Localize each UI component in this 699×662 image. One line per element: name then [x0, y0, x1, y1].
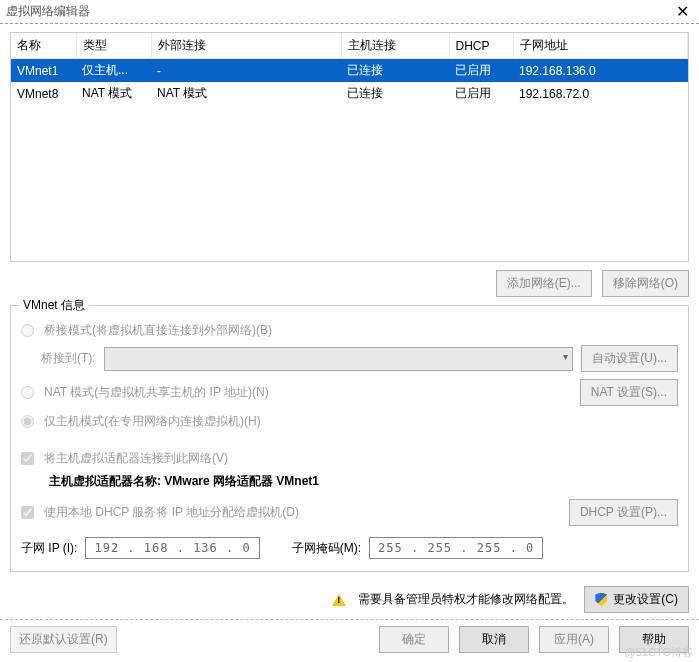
vmnet-info-group: VMnet 信息 桥接模式(将虚拟机直接连接到外部网络)(B) 桥接到(T): … [10, 305, 689, 572]
watermark: @51CTO博客 [625, 645, 693, 660]
dhcp-checkbox[interactable] [21, 506, 34, 519]
cell-type: NAT 模式 [76, 82, 151, 105]
remove-network-button[interactable]: 移除网络(O) [602, 270, 689, 297]
change-settings-label: 更改设置(C) [613, 591, 678, 608]
table-row[interactable]: VMnet1 仅主机... - 已连接 已启用 192.168.136.0 [11, 59, 688, 83]
bridge-to-label: 桥接到(T): [41, 350, 96, 367]
admin-warning-text: 需要具备管理员特权才能修改网络配置。 [358, 591, 574, 608]
cell-dhcp: 已启用 [449, 82, 513, 105]
table-header-row: 名称 类型 外部连接 主机连接 DHCP 子网地址 [11, 33, 688, 59]
table-row[interactable]: VMnet8 NAT 模式 NAT 模式 已连接 已启用 192.168.72.… [11, 82, 688, 105]
cell-name: VMnet1 [11, 59, 76, 83]
nat-radio[interactable] [21, 386, 34, 399]
col-host[interactable]: 主机连接 [341, 33, 449, 59]
close-icon[interactable]: ✕ [672, 2, 693, 21]
adapter-name-value: VMware 网络适配器 VMnet1 [164, 474, 319, 488]
warning-icon [332, 594, 346, 606]
col-ext[interactable]: 外部连接 [151, 33, 341, 59]
auto-settings-button[interactable]: 自动设置(U)... [581, 345, 678, 372]
dhcp-settings-button[interactable]: DHCP 设置(P)... [569, 499, 678, 526]
add-network-button[interactable]: 添加网络(E)... [496, 270, 592, 297]
nat-radio-label: NAT 模式(与虚拟机共享主机的 IP 地址)(N) [44, 384, 269, 401]
chevron-down-icon: ▾ [563, 351, 568, 362]
col-dhcp[interactable]: DHCP [449, 33, 513, 59]
cell-host: 已连接 [341, 82, 449, 105]
cell-ext: NAT 模式 [151, 82, 341, 105]
window-title: 虚拟网络编辑器 [6, 3, 90, 20]
vmnet-info-legend: VMnet 信息 [19, 297, 89, 314]
cell-subnet: 192.168.136.0 [513, 59, 688, 83]
cell-name: VMnet8 [11, 82, 76, 105]
subnet-ip-label: 子网 IP (I): [21, 540, 77, 557]
col-subnet[interactable]: 子网地址 [513, 33, 688, 59]
cell-ext: - [151, 59, 341, 83]
col-name[interactable]: 名称 [11, 33, 76, 59]
bridge-radio-label: 桥接模式(将虚拟机直接连接到外部网络)(B) [44, 322, 272, 339]
cancel-button[interactable]: 取消 [459, 626, 529, 653]
bridge-to-combo[interactable]: ▾ [104, 347, 574, 371]
nat-settings-button[interactable]: NAT 设置(S)... [580, 379, 678, 406]
network-table[interactable]: 名称 类型 外部连接 主机连接 DHCP 子网地址 VMnet1 仅主机... … [10, 32, 689, 262]
restore-defaults-button[interactable]: 还原默认设置(R) [10, 626, 117, 653]
bridge-radio[interactable] [21, 324, 34, 337]
col-type[interactable]: 类型 [76, 33, 151, 59]
subnet-mask-field[interactable]: 255 . 255 . 255 . 0 [369, 537, 543, 559]
cell-subnet: 192.168.72.0 [513, 82, 688, 105]
shield-icon [595, 593, 607, 607]
dhcp-check-label: 使用本地 DHCP 服务将 IP 地址分配给虚拟机(D) [44, 504, 299, 521]
connect-host-checkbox[interactable] [21, 452, 34, 465]
cell-dhcp: 已启用 [449, 59, 513, 83]
ok-button[interactable]: 确定 [379, 626, 449, 653]
adapter-name-label: 主机虚拟适配器名称: [49, 474, 161, 488]
cell-host: 已连接 [341, 59, 449, 83]
hostonly-radio-label: 仅主机模式(在专用网络内连接虚拟机)(H) [44, 413, 261, 430]
subnet-ip-field[interactable]: 192 . 168 . 136 . 0 [85, 537, 259, 559]
apply-button[interactable]: 应用(A) [539, 626, 609, 653]
hostonly-radio[interactable] [21, 415, 34, 428]
subnet-mask-label: 子网掩码(M): [292, 540, 361, 557]
cell-type: 仅主机... [76, 59, 151, 83]
change-settings-button[interactable]: 更改设置(C) [584, 586, 689, 613]
connect-host-label: 将主机虚拟适配器连接到此网络(V) [44, 450, 228, 467]
